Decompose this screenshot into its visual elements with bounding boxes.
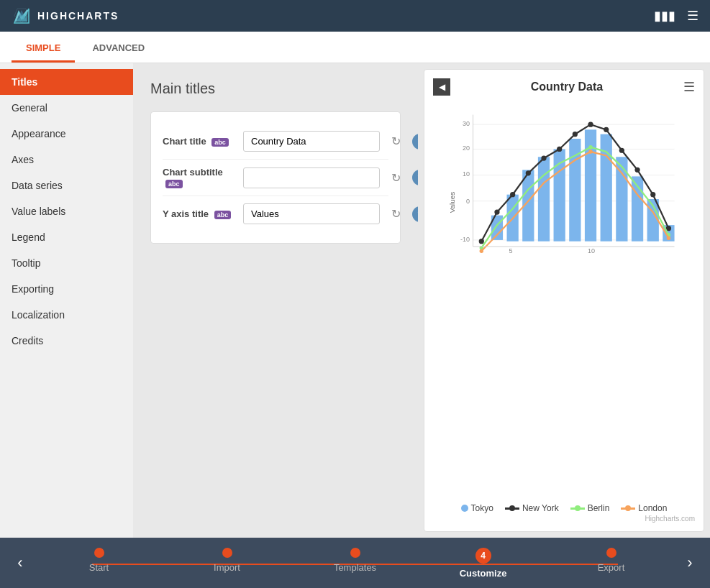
legend-berlin-label: Berlin [588, 503, 610, 513]
chart-subtitle-reset-btn[interactable]: ↻ [388, 168, 404, 188]
menu-icon[interactable]: ☰ [687, 8, 698, 24]
abc-badge-subtitle: abc [165, 180, 183, 188]
legend-london: London [621, 503, 667, 513]
abc-badge-yaxis: abc [214, 211, 232, 219]
chart-title-help-btn[interactable]: ? [412, 134, 418, 150]
step-start-dot [94, 548, 104, 558]
sidebar-item-exporting[interactable]: Exporting [0, 276, 133, 302]
chart-subtitle-input[interactable] [243, 167, 380, 188]
svg-point-30 [494, 209, 499, 214]
prev-btn[interactable]: ‹ [6, 548, 35, 577]
chart-header: ◀ Country Data ☰ [433, 78, 695, 96]
steps-wrapper: Start Import Templates 4 Customize Expor… [35, 548, 675, 579]
y-axis-title-input[interactable] [243, 203, 380, 224]
chart-panel: ◀ Country Data ☰ Values 30 20 10 0 -10 [424, 69, 704, 532]
top-nav-right: ▮▮▮ ☰ [654, 8, 698, 24]
tab-bar: SIMPLE ADVANCED [0, 32, 710, 63]
svg-point-46 [588, 150, 592, 153]
chart-subtitle-help-btn[interactable]: ? [412, 170, 418, 185]
legend-tokyo-dot [461, 505, 468, 512]
step-import-label: Import [214, 562, 240, 573]
y-axis-title-help-btn[interactable]: ? [412, 206, 418, 222]
legend-tokyo: Tokyo [461, 503, 493, 513]
chart-subtitle-row: Chart subtitle abc ↻ ? [163, 160, 388, 196]
step-export-label: Export [598, 562, 625, 573]
sidebar-item-titles[interactable]: Titles [0, 69, 133, 95]
chart-svg-container: Values 30 20 10 0 -10 5 10 [433, 98, 695, 499]
step-export-dot [606, 548, 616, 558]
sidebar: Titles General Appearance Axes Data seri… [0, 63, 133, 538]
chart-title-row: Chart title abc ↻ ? [163, 124, 388, 160]
next-btn[interactable]: › [675, 548, 704, 577]
svg-rect-20 [538, 157, 550, 241]
panel-title: Main titles [150, 81, 401, 97]
chart-menu-btn[interactable]: ☰ [683, 79, 695, 95]
svg-point-43 [588, 145, 592, 149]
chart-icon[interactable]: ▮▮▮ [654, 8, 675, 24]
svg-text:20: 20 [463, 144, 470, 152]
sidebar-item-axes[interactable]: Axes [0, 147, 133, 173]
main-content: Titles General Appearance Axes Data seri… [0, 63, 710, 538]
sidebar-item-credits[interactable]: Credits [0, 328, 133, 354]
logo-text: HIGHCHARTS [37, 10, 119, 22]
legend-newyork: New York [505, 503, 559, 513]
step-start[interactable]: Start [60, 548, 139, 573]
svg-point-39 [634, 167, 640, 173]
sidebar-item-appearance[interactable]: Appearance [0, 121, 133, 147]
step-customize[interactable]: 4 Customize [444, 548, 523, 579]
step-templates[interactable]: Templates [316, 548, 395, 573]
chart-back-btn[interactable]: ◀ [433, 78, 450, 96]
svg-point-47 [667, 236, 670, 239]
svg-point-33 [541, 155, 546, 160]
sidebar-item-localization[interactable]: Localization [0, 302, 133, 328]
svg-text:-10: -10 [460, 236, 470, 243]
svg-text:30: 30 [463, 120, 470, 127]
step-start-label: Start [89, 562, 109, 573]
tab-advanced[interactable]: ADVANCED [78, 35, 159, 63]
legend-newyork-label: New York [522, 503, 559, 513]
step-import[interactable]: Import [188, 548, 267, 573]
svg-text:10: 10 [588, 247, 595, 254]
sidebar-item-tooltip[interactable]: Tooltip [0, 250, 133, 276]
y-axis-title-label: Y axis title abc [163, 208, 235, 219]
legend-newyork-line [505, 507, 519, 510]
bottom-nav: ‹ Start Import Templates 4 Customize [0, 538, 710, 588]
svg-point-31 [510, 192, 515, 197]
sidebar-item-general[interactable]: General [0, 95, 133, 121]
chart-title-reset-btn[interactable]: ↻ [388, 132, 404, 151]
legend-berlin: Berlin [570, 503, 610, 513]
svg-point-37 [604, 127, 609, 132]
svg-text:0: 0 [466, 198, 470, 205]
step-export[interactable]: Export [572, 548, 651, 573]
center-panel: Main titles Chart title abc ↻ ? Chart su… [133, 63, 418, 538]
sidebar-item-legend[interactable]: Legend [0, 224, 133, 250]
svg-point-35 [573, 132, 578, 137]
svg-point-32 [526, 170, 531, 175]
svg-point-29 [479, 239, 484, 244]
svg-point-40 [650, 192, 655, 197]
svg-text:10: 10 [463, 170, 470, 178]
step-import-dot [222, 548, 232, 558]
chart-svg: Values 30 20 10 0 -10 5 10 [433, 98, 695, 300]
svg-point-36 [588, 122, 593, 127]
tab-simple[interactable]: SIMPLE [12, 35, 75, 63]
chart-credit: Highcharts.com [433, 515, 695, 523]
chart-legend: Tokyo New York Berlin London [433, 503, 695, 513]
y-axis-title-row: Y axis title abc ↻ ? [163, 196, 388, 231]
step-templates-dot [350, 548, 360, 558]
form-card: Chart title abc ↻ ? Chart subtitle abc ↻… [150, 111, 401, 244]
step-customize-label: Customize [460, 568, 507, 579]
step-customize-badge: 4 [475, 548, 491, 564]
chart-title-label: Chart title abc [163, 136, 235, 147]
top-nav: HIGHCHARTS ▮▮▮ ☰ [0, 0, 710, 32]
sidebar-item-data-series[interactable]: Data series [0, 173, 133, 198]
chart-title-input[interactable] [243, 131, 380, 152]
steps-row: Start Import Templates 4 Customize Expor… [60, 548, 651, 579]
sidebar-item-value-labels[interactable]: Value labels [0, 198, 133, 224]
legend-london-line [621, 507, 635, 510]
y-axis-title-reset-btn[interactable]: ↻ [388, 204, 404, 224]
svg-point-34 [557, 147, 562, 152]
svg-point-38 [619, 148, 624, 153]
legend-tokyo-label: Tokyo [471, 503, 493, 513]
logo-icon [12, 6, 32, 26]
